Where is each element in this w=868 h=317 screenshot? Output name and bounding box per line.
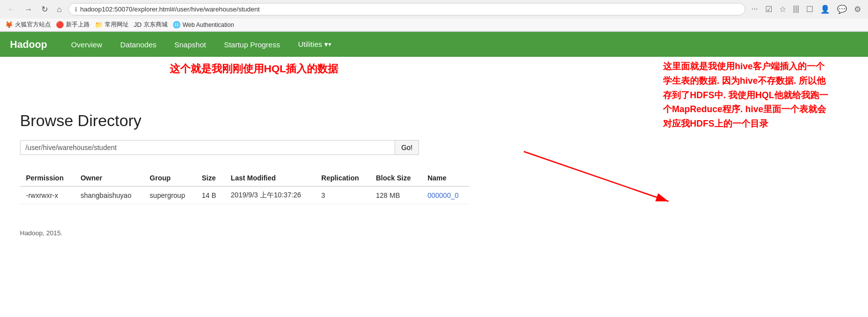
lock-icon: ℹ [75, 6, 77, 13]
bookmarks-bar: 🦊火狐官方站点🔴新手上路📁常用网址JD京东商城🌐Web Authenticati… [0, 18, 868, 31]
table-cell: 14 B [196, 186, 224, 204]
back-button[interactable]: ← [5, 4, 18, 15]
col-header-replication: Replication [315, 170, 370, 186]
col-header-last-modified: Last Modified [225, 170, 315, 186]
bookmark-item[interactable]: 🌐Web Authentication [173, 21, 234, 28]
page-wrapper: 这个就是我刚刚使用HQL插入的数据 这里面就是我使用hive客户端插入的一个 学… [0, 57, 868, 219]
bookmark-item[interactable]: 📁常用网址 [95, 20, 129, 29]
bookmark-label: 常用网址 [105, 20, 129, 29]
path-input[interactable] [20, 140, 395, 155]
annotation-1: 这个就是我刚刚使用HQL插入的数据 [170, 62, 338, 76]
bookmark-label: 火狐官方站点 [15, 20, 51, 29]
col-header-owner: Owner [74, 170, 144, 186]
col-header-block-size: Block Size [370, 170, 421, 186]
bookmark-icon: 📁 [95, 21, 103, 28]
bookmark-icon: JD [134, 21, 142, 28]
file-link[interactable]: 000000_0 [422, 186, 469, 204]
forward-button[interactable]: → [22, 4, 35, 15]
page-title: Browse Directory [20, 112, 848, 130]
bookmark-icon: 🦊 [5, 21, 13, 28]
hadoop-navbar: Hadoop OverviewDatanodesSnapshotStartup … [0, 32, 868, 57]
main-content: Browse Directory Go! PermissionOwnerGrou… [0, 97, 868, 219]
layout-button[interactable]: ☐ [804, 3, 815, 15]
table-cell: 3 [315, 186, 370, 204]
col-header-group: Group [144, 170, 196, 186]
hadoop-logo: Hadoop [10, 39, 47, 50]
table-cell: shangbaishuyao [74, 186, 144, 204]
star-button[interactable]: ☆ [777, 3, 788, 15]
table-cell: supergroup [144, 186, 196, 204]
profile-button[interactable]: 👤 [818, 3, 832, 15]
nav-item-overview[interactable]: Overview [62, 32, 111, 57]
bookmark-item[interactable]: JD京东商城 [134, 20, 168, 29]
browser-toolbar: ← → ↻ ⌂ ℹ hadoop102:50070/explorer.html#… [0, 0, 868, 18]
footer: Hadoop, 2015. [0, 219, 868, 247]
browser-actions: ··· ☑ ☆ ||| ☐ 👤 💬 ⚙ [749, 3, 863, 15]
url-text: hadoop102:50070/explorer.html#/user/hive… [80, 5, 739, 13]
footer-text: Hadoop, 2015. [20, 229, 62, 237]
nav-item-utilities[interactable]: Utilities ▾ [289, 32, 340, 57]
chat-button[interactable]: 💬 [835, 3, 849, 15]
table-row: -rwxrwxr-xshangbaishuyaosupergroup14 B20… [20, 186, 469, 204]
table-body: -rwxrwxr-xshangbaishuyaosupergroup14 B20… [20, 186, 469, 204]
bookmark-item[interactable]: 🔴新手上路 [56, 20, 90, 29]
home-button[interactable]: ⌂ [54, 4, 64, 15]
extensions-button[interactable]: ||| [791, 3, 801, 15]
col-header-size: Size [196, 170, 224, 186]
bookmark-label: 京东商城 [144, 20, 168, 29]
bookmark-label: Web Authentication [183, 21, 234, 28]
nav-item-datanodes[interactable]: Datanodes [111, 32, 166, 57]
nav-items: OverviewDatanodesSnapshotStartup Progres… [62, 32, 340, 57]
nav-item-snapshot[interactable]: Snapshot [166, 32, 215, 57]
go-button[interactable]: Go! [395, 140, 419, 155]
directory-table: PermissionOwnerGroupSizeLast ModifiedRep… [20, 170, 469, 204]
table-header: PermissionOwnerGroupSizeLast ModifiedRep… [20, 170, 469, 186]
bookmark-icon: 🌐 [173, 21, 181, 28]
settings-button[interactable]: ⚙ [852, 3, 863, 15]
annotations-area: 这个就是我刚刚使用HQL插入的数据 这里面就是我使用hive客户端插入的一个 学… [0, 57, 868, 97]
header-row: PermissionOwnerGroupSizeLast ModifiedRep… [20, 170, 469, 186]
path-row: Go! [20, 140, 419, 155]
table-cell: 2019/9/3 上午10:37:26 [225, 186, 315, 204]
table-cell: 128 MB [370, 186, 421, 204]
refresh-button[interactable]: ↻ [39, 3, 50, 15]
address-bar[interactable]: ℹ hadoop102:50070/explorer.html#/user/hi… [68, 3, 746, 15]
browser-chrome: ← → ↻ ⌂ ℹ hadoop102:50070/explorer.html#… [0, 0, 868, 32]
bookmark-button[interactable]: ☑ [763, 3, 774, 15]
col-header-name: Name [422, 170, 469, 186]
bookmark-icon: 🔴 [56, 21, 64, 28]
col-header-permission: Permission [20, 170, 74, 186]
more-button[interactable]: ··· [749, 3, 760, 15]
bookmark-item[interactable]: 🦊火狐官方站点 [5, 20, 51, 29]
bookmark-label: 新手上路 [66, 20, 90, 29]
nav-item-startup-progress[interactable]: Startup Progress [215, 32, 289, 57]
table-cell: -rwxrwxr-x [20, 186, 74, 204]
